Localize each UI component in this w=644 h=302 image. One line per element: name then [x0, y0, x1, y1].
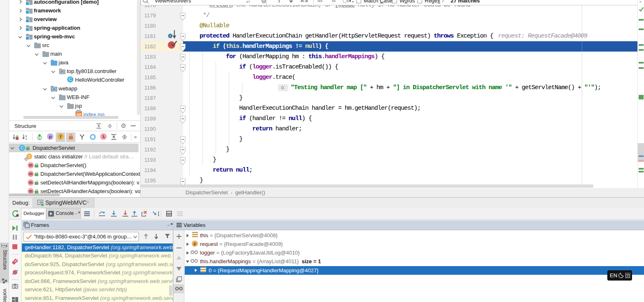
svg-text:a: a — [25, 134, 27, 137]
svg-text:z: z — [26, 137, 27, 140]
